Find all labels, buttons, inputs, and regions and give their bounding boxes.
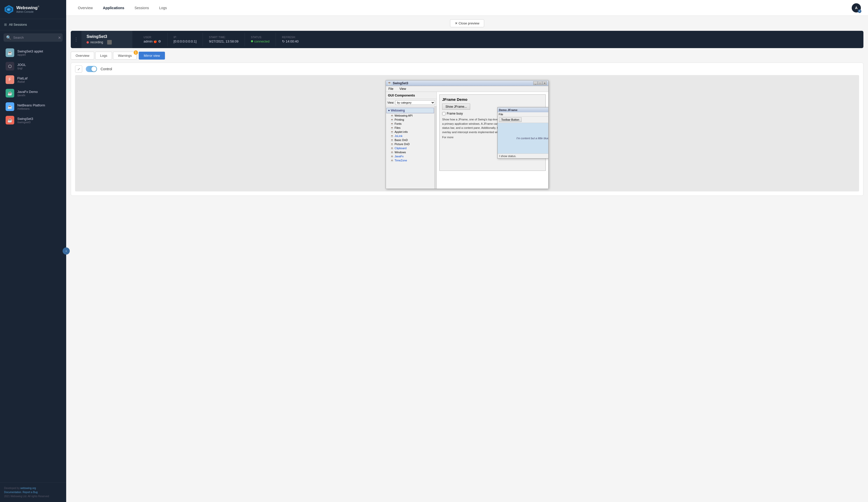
tree-item-javafx[interactable]: ☕JavaFx (386, 154, 434, 158)
swing-window: ☕ SwingSet3 _ □ ✕ File View (386, 80, 549, 189)
nav-link-logs[interactable]: Logs (155, 4, 171, 12)
session-refresh-value: ↻ 14:00:40 (282, 40, 299, 43)
user-avatar[interactable]: A ▾ (852, 3, 861, 12)
app-path-flatlaf: /flatlaf (17, 80, 28, 83)
show-jframe-button[interactable]: Show JFrame... (442, 104, 470, 110)
sidebar-item-swingset3-applet[interactable]: ☕ SwingSet3 applet /applet (1, 46, 65, 59)
tree-root-webswing[interactable]: ▾ Webswing (386, 108, 434, 113)
swing-close-button[interactable]: ✕ (542, 81, 547, 85)
tab-overview[interactable]: Overview (71, 52, 94, 60)
sidebar: W Webswing® Admin Console ⊞ All Sessions… (0, 0, 66, 502)
close-preview-button[interactable]: ✕ Close preview (450, 19, 484, 27)
swing-tree-container: ▾ Webswing ☕Webswing API☕Printing☕Fonts☕… (386, 106, 436, 188)
sidebar-footer: Developed by webswing.org Documentation.… (0, 482, 66, 502)
tree-item-timezone[interactable]: ☕TimeZone (386, 158, 434, 162)
session-name-block: SwingSet3 recording (81, 31, 132, 48)
swing-view-row: View: by category (386, 99, 436, 106)
app-name-netbeans: NetBeans Platform (17, 103, 45, 107)
tree-icon: ☕ (391, 159, 393, 162)
app-list: ☕ SwingSet3 applet /applet ⬡ JOGL /jogl … (0, 45, 66, 482)
search-input[interactable] (13, 35, 56, 40)
swing-view-menu[interactable]: View (398, 86, 407, 91)
app-info-javafx-demo: JavaFx Demo /javafx (17, 90, 38, 97)
app-info-swingset3-applet: SwingSet3 applet /applet (17, 49, 43, 56)
app-path-netbeans: /netbeans (17, 107, 45, 110)
sidebar-header: W Webswing® Admin Console (0, 0, 66, 19)
app-path-javafx-demo: /javafx (17, 94, 38, 97)
tree-item-webswing-api[interactable]: ☕Webswing API (386, 114, 434, 117)
tree-item-fonts[interactable]: ☕Fonts (386, 122, 434, 126)
tree-item-files[interactable]: ☕Files (386, 126, 434, 130)
sidebar-item-swingset3[interactable]: ☕ SwingSet3 /swingset3 (1, 114, 65, 127)
swing-left-panel: GUI Components View: by category (386, 92, 437, 188)
toggle-track[interactable] (86, 66, 97, 72)
demo-statusbar: I show status. (498, 154, 548, 158)
sidebar-item-flatlaf[interactable]: F FlatLaf /flatlaf (1, 73, 65, 86)
tree-item-jslink[interactable]: ☕JsLink (386, 134, 434, 138)
connected-dot (251, 40, 253, 42)
nav-link-sessions[interactable]: Sessions (130, 4, 154, 12)
app-info-swingset3: SwingSet3 /swingset3 (17, 117, 33, 124)
documentation-link[interactable]: Documentation (4, 491, 21, 494)
collapse-sidebar-button[interactable]: ‹ (63, 247, 70, 255)
control-toggle[interactable] (86, 66, 97, 72)
swing-iconify-button[interactable]: _ (533, 81, 538, 85)
session-stop-button[interactable] (107, 40, 112, 44)
sidebar-item-netbeans[interactable]: ☕ NetBeans Platform /netbeans (1, 100, 65, 113)
search-icon: 🔍 (6, 35, 11, 40)
tree-icon: ☕ (391, 126, 393, 129)
webswing-link[interactable]: webswing.org (20, 487, 36, 490)
session-meta: User: admin 🍎 ⚙ IP: [0:0:0:0:0:0:0:1] St… (132, 33, 864, 46)
admin-console-label: Admin Console (16, 10, 39, 13)
demo-file-menu[interactable]: File (499, 113, 503, 116)
tree-scrollbar[interactable] (434, 106, 436, 188)
tree-item-windows[interactable]: ☕Windows (386, 150, 434, 154)
nav-link-applications[interactable]: Applications (98, 4, 129, 12)
app-icon-flatlaf: F (6, 75, 14, 84)
nav-link-overview[interactable]: Overview (73, 4, 97, 12)
control-label: Control (101, 67, 112, 71)
grid-icon: ⊞ (4, 23, 7, 27)
swing-title-left: ☕ SwingSet3 (388, 81, 408, 85)
swing-right-panel: JFrame Demo Show JFrame... Frame busy Sh… (437, 92, 548, 188)
swing-titlebar: ☕ SwingSet3 _ □ ✕ (386, 80, 548, 86)
tree-item-picture-dnd[interactable]: ☕Picture DnD (386, 142, 434, 146)
brand-name: Webswing® (16, 6, 39, 10)
swing-file-menu[interactable]: File (387, 86, 395, 91)
tab-warnings[interactable]: Warnings 1 (113, 52, 136, 60)
app-icon-netbeans: ☕ (6, 102, 14, 111)
preview-area: ⤢ Control ☕ SwingSet3 (71, 63, 864, 196)
session-connection-value: connected (251, 40, 270, 43)
expand-button[interactable]: ⤢ (75, 65, 82, 73)
report-bug-link[interactable]: Report a Bug (23, 491, 38, 494)
tree-item-clipboard[interactable]: ☕Clipboard (386, 146, 434, 150)
recording-dot (86, 41, 89, 43)
search-clear-icon[interactable]: ✕ (58, 35, 61, 40)
sidebar-item-jogl[interactable]: ⬡ JOGL /jogl (1, 60, 65, 73)
swing-maximize-button[interactable]: □ (538, 81, 542, 85)
swing-view-select[interactable]: by category (395, 100, 435, 105)
sidebar-item-javafx-demo[interactable]: ☕ JavaFx Demo /javafx (1, 86, 65, 100)
tab-logs[interactable]: Logs (95, 52, 112, 60)
tree-item-applet-info[interactable]: ☕Applet info (386, 130, 434, 134)
tree-item-printing[interactable]: ☕Printing (386, 117, 434, 122)
session-ip-value: [0:0:0:0:0:0:0:1] (174, 40, 197, 43)
tree-icon: ☕ (391, 131, 393, 133)
tree-icon: ☕ (391, 147, 393, 150)
swing-tree: ▾ Webswing ☕Webswing API☕Printing☕Fonts☕… (386, 106, 434, 188)
tree-icon: ☕ (391, 143, 393, 146)
demo-toolbar-button[interactable]: Toolbar Button (499, 117, 521, 122)
tree-item-basic-dnd[interactable]: ☕Basic DnD (386, 138, 434, 142)
all-sessions-nav[interactable]: ⊞ All Sessions (0, 19, 66, 30)
session-options-button[interactable]: ⋮ (71, 37, 81, 42)
mirror-view-button[interactable]: Mirror view (139, 52, 165, 60)
frame-busy-checkbox[interactable] (442, 112, 445, 115)
main-content: OverviewApplicationsSessionsLogs A ▾ ✕ C… (66, 0, 868, 502)
tree-icon: ☕ (391, 122, 393, 125)
session-status: recording (86, 40, 127, 44)
session-refresh-block: Refresh: ↻ 14:00:40 (276, 33, 305, 46)
swing-icon: ☕ (388, 81, 392, 85)
webswing-logo-icon: W (4, 4, 14, 14)
tree-icon: ☕ (391, 151, 393, 154)
preview-toolbar: ⤢ Control (75, 65, 859, 75)
